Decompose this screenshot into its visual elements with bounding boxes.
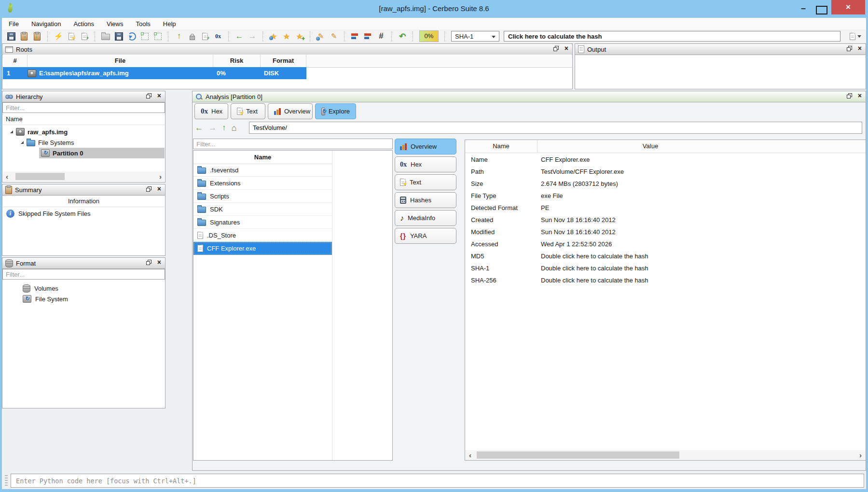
hierarchy-hscrollbar[interactable]: ‹ › <box>3 171 165 182</box>
expander-icon[interactable] <box>10 130 13 133</box>
summary-panel-titlebar[interactable]: Summary × <box>2 184 165 196</box>
expander-icon[interactable] <box>21 141 24 144</box>
details-col-name[interactable]: Name <box>465 140 537 153</box>
hash-tool-icon[interactable]: # <box>377 32 386 41</box>
window-new-icon[interactable] <box>101 32 110 41</box>
menu-file[interactable]: File <box>9 20 19 28</box>
hierarchy-column-header[interactable]: Name <box>3 113 165 125</box>
menu-tools[interactable]: Tools <box>136 20 150 28</box>
tab-explore[interactable]: Explore <box>315 103 356 119</box>
roots-col-risk[interactable]: Risk <box>213 55 261 67</box>
toolbar-overflow[interactable] <box>850 33 861 40</box>
detail-row-path[interactable]: Path TestVolume/CFF Explorer.exe <box>465 166 866 178</box>
undo-icon[interactable]: ↶ <box>398 32 407 41</box>
detail-row-name[interactable]: Name CFF Explorer.exe <box>465 154 866 166</box>
sidetab-hex[interactable]: 0x Hex <box>395 156 456 172</box>
hash-algorithm-select[interactable]: SHA-1 <box>451 31 499 42</box>
file-row-extensions[interactable]: Extensions <box>193 177 332 190</box>
file-scan-icon[interactable]: ⚡ <box>67 32 76 41</box>
scrollbar-thumb[interactable] <box>477 451 679 459</box>
roots-table-row[interactable]: 1 E:\samples\apfs\raw_apfs.img 0% DISK <box>3 67 306 79</box>
detail-row-md5[interactable]: MD5 Double click here to calculate the h… <box>465 250 866 262</box>
sidetab-text[interactable]: ⚡ Text <box>395 174 456 190</box>
close-button[interactable]: × <box>831 0 865 14</box>
float-panel-icon[interactable] <box>146 93 152 98</box>
nav-up-icon[interactable]: ↑ <box>222 123 226 133</box>
layout-bars-icon[interactable] <box>351 32 359 41</box>
float-panel-icon[interactable] <box>553 46 559 51</box>
history-back-icon[interactable]: ← <box>235 32 244 41</box>
tree-node-partition-0[interactable]: Partition 0 <box>39 148 165 158</box>
file-row-ds-store[interactable]: .DS_Store <box>193 229 332 242</box>
title-bar[interactable]: [raw_apfs.img] - Cerbero Suite 8.6 – × <box>0 0 868 18</box>
roots-panel-titlebar[interactable]: Roots × <box>2 44 572 55</box>
annotate-icon[interactable]: ✎ <box>330 32 338 41</box>
sidetab-yara[interactable]: {} YARA <box>395 228 456 244</box>
path-input[interactable] <box>249 122 862 134</box>
file-row-cff-explorer[interactable]: CFF Explorer.exe <box>193 242 332 255</box>
float-panel-icon[interactable] <box>847 46 852 51</box>
hex-search-icon[interactable]: 0x <box>214 32 222 41</box>
sidetab-hashes[interactable]: Hashes <box>395 192 456 208</box>
nav-back-icon[interactable]: ← <box>195 123 203 133</box>
scroll-left-icon[interactable]: ‹ <box>6 171 8 182</box>
detail-row-sha1[interactable]: SHA-1 Double click here to calculate the… <box>465 262 866 274</box>
close-panel-icon[interactable]: × <box>157 260 161 265</box>
details-col-value[interactable]: Value <box>537 140 763 153</box>
detail-row-sha256[interactable]: SHA-256 Double click here to calculate t… <box>465 274 866 286</box>
close-panel-icon[interactable]: × <box>858 46 862 51</box>
float-panel-icon[interactable] <box>847 93 852 98</box>
menu-views[interactable]: Views <box>107 20 123 28</box>
tab-hex[interactable]: 0x Hex <box>194 103 228 119</box>
roots-col-format[interactable]: Format <box>261 55 306 67</box>
menu-navigation[interactable]: Navigation <box>31 20 61 28</box>
file-row-signatures[interactable]: Signatures <box>193 216 332 229</box>
drag-handle-icon[interactable] <box>5 475 8 487</box>
menu-actions[interactable]: Actions <box>73 20 94 28</box>
save-icon[interactable] <box>7 32 15 41</box>
roots-col-num[interactable]: # <box>3 55 28 67</box>
tree-node-raw-apfs[interactable]: raw_apfs.img <box>10 127 68 137</box>
detail-row-modified[interactable]: Modified Sun Nov 18 16:16:40 2012 <box>465 226 866 238</box>
bookmark-globe-icon[interactable]: ★ <box>269 32 278 41</box>
format-item-file-system[interactable]: File System <box>23 294 68 304</box>
layout-bars-lock-icon[interactable] <box>364 32 372 41</box>
annotate-globe-icon[interactable]: ✎ <box>317 32 325 41</box>
sidetab-overview[interactable]: Overview <box>395 139 456 155</box>
hierarchy-panel-titlebar[interactable]: Hierarchy × <box>2 91 165 102</box>
tree-node-file-systems[interactable]: File Systems <box>21 137 74 148</box>
file-row-fseventsd[interactable]: .fseventsd <box>193 164 332 177</box>
summary-item[interactable]: i Skipped File System Files <box>6 208 91 219</box>
tab-overview[interactable]: Overview <box>268 103 313 119</box>
format-panel-titlebar[interactable]: Format × <box>2 258 165 269</box>
format-filter-input[interactable] <box>2 269 165 280</box>
page-menu-icon[interactable] <box>850 33 855 40</box>
lock-icon[interactable] <box>188 32 196 41</box>
nav-home-icon[interactable]: ⌂ <box>232 123 237 133</box>
close-panel-icon[interactable]: × <box>157 186 161 192</box>
maximize-button[interactable] <box>816 6 827 14</box>
output-panel-titlebar[interactable]: Output × <box>575 44 866 55</box>
detail-row-detected-format[interactable]: Detected Format PE <box>465 202 866 214</box>
python-code-input[interactable]: Enter Python code here [focus with Ctrl+… <box>11 474 864 488</box>
close-panel-icon[interactable]: × <box>858 93 862 98</box>
detail-row-file-type[interactable]: File Type exe File <box>465 190 866 202</box>
file-list-filter-input[interactable] <box>193 139 393 149</box>
file-list-column-header[interactable]: Name <box>193 151 332 164</box>
close-panel-icon[interactable]: × <box>565 46 568 51</box>
detail-row-size[interactable]: Size 2.674 MBs (2803712 bytes) <box>465 178 866 190</box>
detail-row-accessed[interactable]: Accessed Wed Apr 1 22:52:50 2026 <box>465 238 866 250</box>
scroll-left-icon[interactable]: ‹ <box>469 450 471 460</box>
minimize-button[interactable]: – <box>796 3 811 14</box>
add-page-icon[interactable]: + <box>201 32 209 41</box>
bookmark-add-icon[interactable]: ★ <box>295 32 304 41</box>
tab-text[interactable]: ⚡ Text <box>231 103 265 119</box>
scroll-right-icon[interactable]: › <box>159 171 162 182</box>
details-hscrollbar[interactable]: ‹ › <box>465 450 866 460</box>
format-item-volumes[interactable]: Volumes <box>23 283 58 294</box>
quick-scan-icon[interactable]: ⚡ <box>54 32 63 41</box>
menu-help[interactable]: Help <box>163 20 176 28</box>
float-panel-icon[interactable] <box>146 260 152 265</box>
extract-icon[interactable]: ↑ <box>175 32 183 41</box>
nav-forward-icon[interactable]: → <box>208 123 217 133</box>
